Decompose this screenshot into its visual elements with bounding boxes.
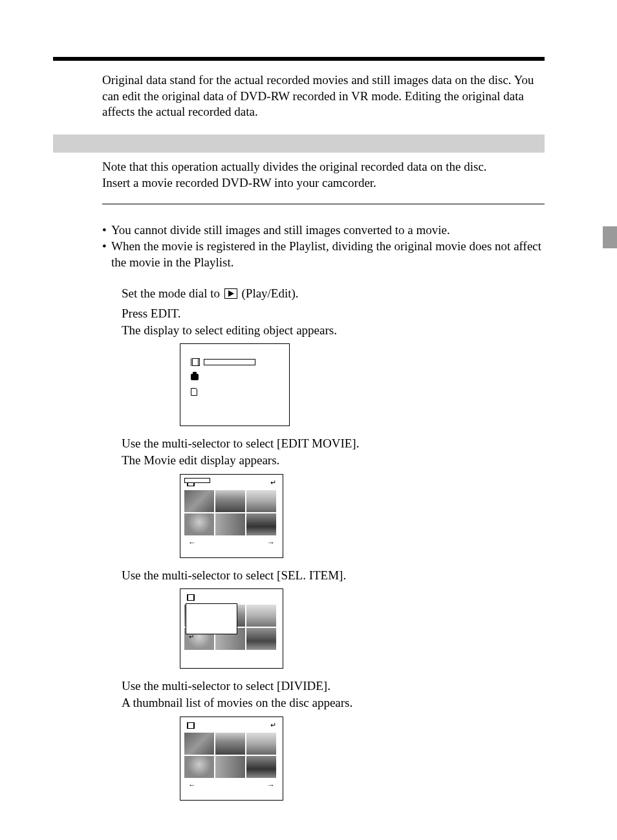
thumbnail [246, 605, 276, 627]
film-icon [191, 358, 200, 366]
return-icon: ↵ [270, 722, 276, 729]
left-arrow-icon: ← [188, 538, 196, 548]
bullet-marker: • [102, 239, 111, 270]
note-line-2: Insert a movie recorded DVD-RW into your… [102, 175, 545, 191]
screen-sel-item: ↵ [180, 588, 283, 669]
bullet-text: You cannot divide still images and still… [111, 222, 450, 239]
popup-menu [186, 603, 237, 634]
selection-bar [204, 359, 255, 365]
step-5b: A thumbnail list of movies on the disc a… [122, 695, 545, 711]
step-4-text: Use the multi-selector to select [SEL. I… [122, 567, 545, 584]
thumbnail [215, 756, 245, 778]
selected-tab [184, 478, 210, 483]
step-1-pre: Set the mode dial to [122, 286, 223, 300]
return-icon: ↵ [189, 633, 194, 640]
step-3b: The Movie edit display appears. [122, 452, 545, 469]
thumbnail [246, 513, 276, 535]
section-note: Note that this operation actually divide… [102, 159, 545, 191]
thumbnail [246, 756, 276, 778]
return-icon: ↵ [270, 479, 276, 486]
screen-movie-edit: ↵ ← → [180, 474, 283, 558]
step-5a: Use the multi-selector to select [DIVIDE… [122, 678, 545, 695]
bullet-item: • You cannot divide still images and sti… [102, 222, 545, 239]
film-icon [187, 722, 195, 729]
bullet-list: • You cannot divide still images and sti… [102, 222, 545, 270]
step-1-post: (Play/Edit). [239, 286, 299, 300]
camera-icon [191, 374, 199, 380]
thumbnail [246, 733, 276, 755]
thumbnail [246, 628, 276, 650]
step-1: Set the mode dial to (Play/Edit). [122, 285, 545, 302]
bullet-text: When the movie is registered in the Play… [111, 239, 545, 270]
step-3a: Use the multi-selector to select [EDIT M… [122, 435, 545, 452]
thumbnail [215, 490, 245, 512]
step-3: Use the multi-selector to select [EDIT M… [122, 435, 545, 468]
film-icon [187, 594, 195, 601]
intro-paragraph: Original data stand for the actual recor… [102, 72, 545, 120]
thin-divider [102, 204, 545, 204]
section-heading-bar [53, 135, 545, 153]
note-line-1: Note that this operation actually divide… [102, 159, 545, 175]
bullet-marker: • [102, 222, 111, 239]
screen-divide-list: ↵ ← → [180, 716, 283, 801]
thumbnail [246, 490, 276, 512]
thumbnail [184, 733, 214, 755]
thumbnail [215, 733, 245, 755]
step-2: Press EDIT. The display to select editin… [122, 305, 545, 338]
step-2b: The display to select editing object app… [122, 322, 545, 339]
right-arrow-icon: → [267, 538, 275, 548]
thumbnail [184, 490, 214, 512]
thumbnail [215, 513, 245, 535]
step-2a: Press EDIT. [122, 305, 545, 322]
bullet-item: • When the movie is registered in the Pl… [102, 239, 545, 270]
step-4: Use the multi-selector to select [SEL. I… [122, 567, 545, 584]
top-divider [53, 57, 545, 61]
playlist-icon [191, 388, 197, 396]
thumbnail [184, 513, 214, 535]
thumbnail [184, 756, 214, 778]
side-tab [603, 226, 617, 248]
play-edit-icon [224, 288, 237, 299]
right-arrow-icon: → [267, 781, 275, 790]
screen-edit-menu [180, 343, 290, 426]
step-5: Use the multi-selector to select [DIVIDE… [122, 678, 545, 711]
left-arrow-icon: ← [188, 781, 196, 790]
